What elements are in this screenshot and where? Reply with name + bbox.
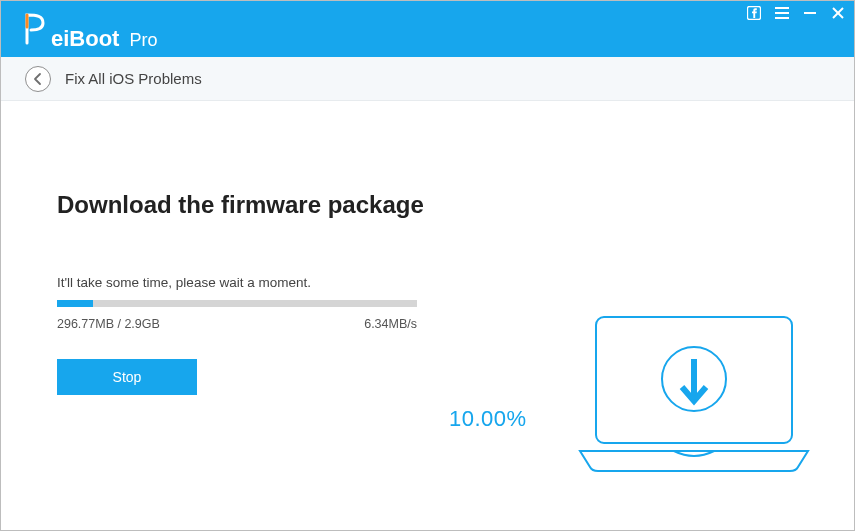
progress-fill [57,300,93,307]
app-logo: eiBoot Pro [23,9,157,49]
breadcrumb-title: Fix All iOS Problems [65,70,202,87]
breadcrumb: Fix All iOS Problems [1,57,854,101]
download-speed: 6.34MB/s [364,317,417,331]
laptop-download-illustration [574,311,814,481]
page-subtext: It'll take some time, please wait a mome… [57,275,798,290]
stop-button[interactable]: Stop [57,359,197,395]
back-button[interactable] [25,66,51,92]
minimize-button[interactable] [802,5,818,21]
progress-percent: 10.00% [449,406,527,432]
facebook-icon[interactable] [746,5,762,21]
app-window: eiBoot Pro Fix All iOS Problems Download… [0,0,855,531]
logo-suffix: Pro [129,30,157,51]
downloaded-size: 296.77MB / 2.9GB [57,317,160,331]
progress-stats: 296.77MB / 2.9GB 6.34MB/s [57,317,417,331]
progress-bar [57,300,417,307]
titlebar-controls [746,5,846,21]
close-button[interactable] [830,5,846,21]
logo-text: eiBoot [51,26,119,52]
main-content: Download the firmware package It'll take… [1,101,854,530]
logo-mark [23,11,49,50]
page-heading: Download the firmware package [57,191,798,219]
menu-icon[interactable] [774,5,790,21]
titlebar: eiBoot Pro [1,1,854,57]
